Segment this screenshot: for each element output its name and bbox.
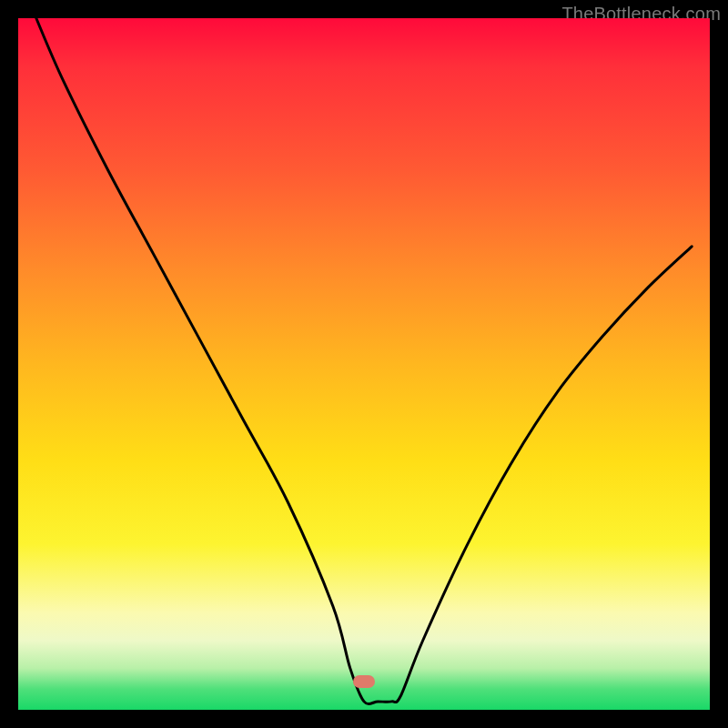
min-marker bbox=[353, 675, 375, 688]
chart-frame: TheBottleneck.com bbox=[0, 0, 728, 728]
bottleneck-curve bbox=[18, 18, 710, 710]
curve-path bbox=[36, 18, 692, 704]
plot-area bbox=[18, 18, 710, 710]
